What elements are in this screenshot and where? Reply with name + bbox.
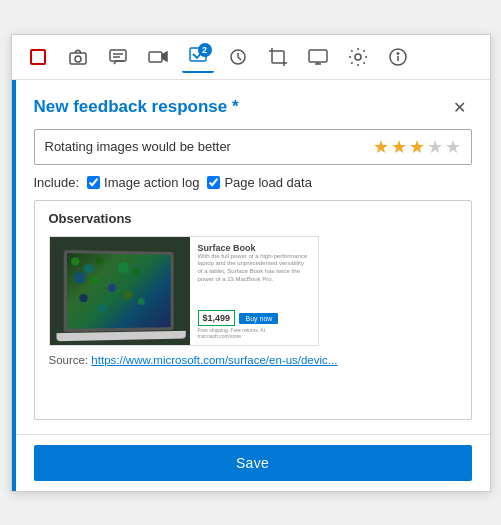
laptop-screen	[63, 250, 173, 332]
window-content: New feedback response * ✕ ★ ★ ★ ★ ★ Incl…	[12, 80, 490, 491]
svg-rect-6	[149, 52, 162, 62]
include-label: Include:	[34, 175, 80, 190]
save-button[interactable]: Save	[34, 445, 472, 481]
checkbox-page-load-data-input[interactable]	[207, 176, 220, 189]
star-1[interactable]: ★	[373, 136, 389, 158]
close-button[interactable]: ✕	[447, 96, 472, 119]
svg-rect-10	[309, 50, 327, 62]
price-box: $1,499	[198, 310, 236, 326]
checkbox-image-action-log-label: Image action log	[104, 175, 199, 190]
monitor-icon[interactable]	[302, 41, 334, 73]
surface-book-title: Surface Book	[198, 243, 310, 253]
info-icon[interactable]	[382, 41, 414, 73]
toolbar: 2	[12, 35, 490, 80]
surface-book-preview: Surface Book With the full power of a hi…	[49, 236, 319, 346]
include-row: Include: Image action log Page load data	[34, 175, 472, 190]
surface-book-info: Surface Book With the full power of a hi…	[190, 237, 318, 345]
surface-book-small-text: Free shipping. Free returns. At microsof…	[198, 327, 310, 339]
checkbox-image-action-log-input[interactable]	[87, 176, 100, 189]
observations-title: Observations	[49, 211, 457, 226]
crop-icon[interactable]	[262, 41, 294, 73]
source-link[interactable]: https://www.microsoft.com/surface/en-us/…	[91, 354, 337, 366]
main-window: 2	[11, 34, 491, 492]
svg-point-16	[397, 52, 399, 54]
svg-rect-3	[110, 50, 126, 61]
feedback-input-row: ★ ★ ★ ★ ★	[34, 129, 472, 165]
feedback-text-input[interactable]	[45, 139, 365, 154]
svg-rect-9	[272, 51, 284, 63]
checkbox-page-load-data-label: Page load data	[224, 175, 311, 190]
surface-book-buy-button[interactable]: Buy now	[239, 313, 278, 324]
content-area: New feedback response * ✕ ★ ★ ★ ★ ★ Incl…	[16, 80, 490, 434]
save-bar: Save	[16, 434, 490, 491]
star-3[interactable]: ★	[409, 136, 425, 158]
video-icon[interactable]	[142, 41, 174, 73]
dialog-header: New feedback response * ✕	[34, 96, 472, 119]
settings-icon[interactable]	[342, 41, 374, 73]
feedback-icon[interactable]: 2	[182, 41, 214, 73]
surface-book-desc: With the full power of a high-performanc…	[198, 253, 310, 284]
comment-icon[interactable]	[102, 41, 134, 73]
star-2[interactable]: ★	[391, 136, 407, 158]
square-icon[interactable]	[22, 41, 54, 73]
clock-icon[interactable]	[222, 41, 254, 73]
badge: 2	[198, 43, 212, 57]
star-5[interactable]: ★	[445, 136, 461, 158]
svg-point-2	[75, 56, 81, 62]
star-rating[interactable]: ★ ★ ★ ★ ★	[373, 136, 461, 158]
surface-book-price: $1,499	[203, 313, 231, 323]
checkbox-image-action-log[interactable]: Image action log	[87, 175, 199, 190]
source-row: Source: https://www.microsoft.com/surfac…	[49, 354, 457, 366]
svg-point-13	[355, 54, 361, 60]
dialog-title: New feedback response *	[34, 97, 239, 117]
camera-icon[interactable]	[62, 41, 94, 73]
laptop-image	[50, 237, 190, 345]
svg-rect-0	[31, 50, 45, 64]
observations-box: Observations	[34, 200, 472, 420]
source-prefix: Source:	[49, 354, 89, 366]
star-4[interactable]: ★	[427, 136, 443, 158]
checkbox-page-load-data[interactable]: Page load data	[207, 175, 311, 190]
